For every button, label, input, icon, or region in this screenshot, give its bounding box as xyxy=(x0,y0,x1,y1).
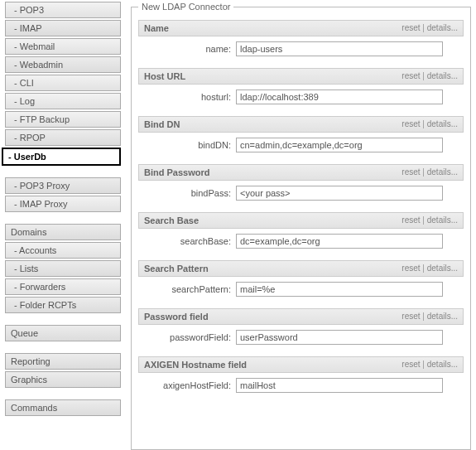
section-header: Bind Passwordreset | details... xyxy=(138,164,464,181)
section-hostfield: AXIGEN Hostname fieldreset | details...a… xyxy=(138,356,464,393)
sidebar-item[interactable]: - UserDb xyxy=(2,148,121,166)
sidebar-item[interactable]: - IMAP Proxy xyxy=(5,196,121,212)
section-binddn: Bind DNreset | details...bindDN: xyxy=(138,116,464,152)
section-name: Namereset | details...name: xyxy=(138,20,464,56)
sidebar-item[interactable]: - IMAP xyxy=(5,20,121,36)
sidebar-item[interactable]: Graphics xyxy=(5,371,121,388)
sidebar-item[interactable]: - CLI xyxy=(5,75,121,91)
sidebar-item[interactable]: - FTP Backup xyxy=(5,111,121,128)
field-row: bindDN: xyxy=(138,138,464,152)
searchpat-label: searchPattern: xyxy=(138,284,236,294)
link-separator: | xyxy=(421,264,427,273)
details-link[interactable]: details... xyxy=(427,119,458,128)
main-content: New LDAP Connector Namereset | details..… xyxy=(121,0,476,450)
section-links: reset | details... xyxy=(401,117,458,132)
section-title: AXIGEN Hostname field xyxy=(144,357,401,372)
link-separator: | xyxy=(421,312,427,321)
searchpat-input[interactable] xyxy=(236,282,443,297)
section-header: Namereset | details... xyxy=(138,20,464,36)
section-links: reset | details... xyxy=(401,261,458,276)
section-searchpat: Search Patternreset | details...searchPa… xyxy=(138,260,464,297)
details-link[interactable]: details... xyxy=(427,312,458,321)
details-link[interactable]: details... xyxy=(427,360,458,369)
sidebar-item[interactable]: Domains xyxy=(5,224,121,240)
link-separator: | xyxy=(421,360,427,369)
bindpass-input[interactable] xyxy=(236,186,443,201)
section-title: Password field xyxy=(144,309,401,324)
ldap-connector-panel: New LDAP Connector Namereset | details..… xyxy=(131,2,471,450)
reset-link[interactable]: reset xyxy=(401,119,420,128)
sidebar-item[interactable]: - Folder RCPTs xyxy=(5,297,121,313)
hosturl-input[interactable] xyxy=(236,90,443,104)
details-link[interactable]: details... xyxy=(427,167,458,177)
section-bindpass: Bind Passwordreset | details...bindPass: xyxy=(138,164,464,201)
section-searchbase: Search Basereset | details...searchBase: xyxy=(138,212,464,249)
field-row: hosturl: xyxy=(138,90,464,104)
sidebar-item[interactable]: - Webadmin xyxy=(5,56,121,73)
section-hosturl: Host URLreset | details...hosturl: xyxy=(138,68,464,104)
hostfield-input[interactable] xyxy=(236,378,443,393)
section-header: Search Basereset | details... xyxy=(138,212,464,229)
section-header: Search Patternreset | details... xyxy=(138,260,464,277)
section-header: Password fieldreset | details... xyxy=(138,308,464,325)
section-title: Search Pattern xyxy=(144,261,401,276)
bindpass-label: bindPass: xyxy=(138,188,236,198)
field-row: searchPattern: xyxy=(138,282,464,297)
reset-link[interactable]: reset xyxy=(401,215,420,225)
section-links: reset | details... xyxy=(401,69,458,84)
sidebar-item[interactable]: - RPOP xyxy=(5,129,121,146)
link-separator: | xyxy=(421,215,427,225)
name-label: name: xyxy=(138,44,236,54)
passfield-label: passwordField: xyxy=(138,332,236,342)
hosturl-label: hosturl: xyxy=(138,92,236,102)
sidebar-item[interactable]: Queue xyxy=(5,325,121,341)
sidebar-item[interactable]: - Forwarders xyxy=(5,278,121,295)
section-title: Name xyxy=(144,21,401,36)
field-row: bindPass: xyxy=(138,186,464,201)
section-title: Bind DN xyxy=(144,117,401,132)
panel-legend: New LDAP Connector xyxy=(138,2,233,12)
section-header: Host URLreset | details... xyxy=(138,68,464,85)
field-row: axigenHostField: xyxy=(138,378,464,393)
sidebar-item[interactable]: - POP3 xyxy=(5,2,121,18)
section-links: reset | details... xyxy=(401,309,458,324)
reset-link[interactable]: reset xyxy=(401,167,420,177)
hostfield-label: axigenHostField: xyxy=(138,380,236,390)
name-input[interactable] xyxy=(236,41,443,56)
sidebar-item[interactable]: - Accounts xyxy=(5,242,121,259)
searchbase-label: searchBase: xyxy=(138,236,236,246)
sidebar-item[interactable]: - Lists xyxy=(5,260,121,277)
reset-link[interactable]: reset xyxy=(401,312,420,321)
sidebar-item[interactable]: - Log xyxy=(5,93,121,109)
sidebar: - POP3- IMAP- Webmail- Webadmin- CLI- Lo… xyxy=(0,0,121,450)
sidebar-item[interactable]: Reporting xyxy=(5,353,121,370)
details-link[interactable]: details... xyxy=(427,71,458,80)
field-row: name: xyxy=(138,41,464,56)
link-separator: | xyxy=(421,167,427,177)
details-link[interactable]: details... xyxy=(427,215,458,225)
link-separator: | xyxy=(421,119,427,128)
section-passfield: Password fieldreset | details...password… xyxy=(138,308,464,345)
reset-link[interactable]: reset xyxy=(401,23,420,32)
section-links: reset | details... xyxy=(401,357,458,372)
section-links: reset | details... xyxy=(401,165,458,180)
reset-link[interactable]: reset xyxy=(401,264,420,273)
section-links: reset | details... xyxy=(401,213,458,228)
sidebar-item[interactable]: Commands xyxy=(5,399,121,416)
section-title: Host URL xyxy=(144,69,401,84)
details-link[interactable]: details... xyxy=(427,264,458,273)
details-link[interactable]: details... xyxy=(427,23,458,32)
binddn-input[interactable] xyxy=(236,138,443,152)
searchbase-input[interactable] xyxy=(236,234,443,249)
section-header: Bind DNreset | details... xyxy=(138,116,464,133)
reset-link[interactable]: reset xyxy=(401,71,420,80)
section-links: reset | details... xyxy=(401,21,458,36)
sidebar-item[interactable]: - Webmail xyxy=(5,38,121,55)
link-separator: | xyxy=(421,23,427,32)
passfield-input[interactable] xyxy=(236,330,443,345)
binddn-label: bindDN: xyxy=(138,140,236,150)
sidebar-item[interactable]: - POP3 Proxy xyxy=(5,177,121,194)
section-title: Search Base xyxy=(144,213,401,228)
field-row: passwordField: xyxy=(138,330,464,345)
reset-link[interactable]: reset xyxy=(401,360,420,369)
